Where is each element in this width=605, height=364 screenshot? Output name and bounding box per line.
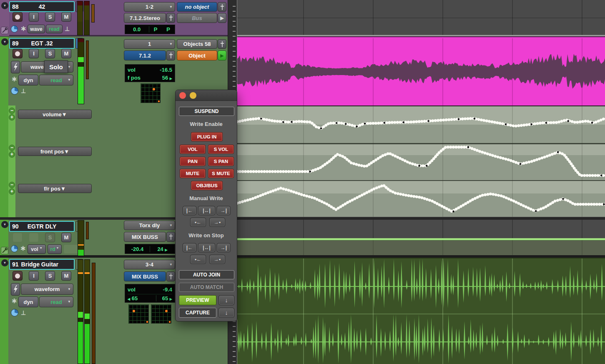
track89-mute-button[interactable]: M (61, 49, 71, 58)
track91-solo-button[interactable]: S (45, 271, 55, 281)
fr-pos-lane-remove-button[interactable]: − (9, 182, 15, 188)
track89-format-selector[interactable]: 7.1.2 (124, 50, 166, 60)
track89-output-window-button[interactable] (166, 50, 175, 60)
track88-collapse-button[interactable]: ▼ (1, 2, 8, 9)
track90-lane-area[interactable] (237, 240, 605, 255)
track91-pan-grid-left[interactable] (128, 304, 149, 324)
track90-output-selector[interactable]: Torx dly▼ (124, 221, 175, 230)
capture-button[interactable]: CAPTURE (179, 308, 216, 318)
track88-tools-icon[interactable] (1, 27, 8, 34)
track88-timebase-icon[interactable] (11, 25, 18, 33)
track88-marker-icon[interactable]: ⊥ (65, 25, 70, 32)
track89-timebase-icon[interactable] (11, 87, 18, 95)
track89-name-field[interactable]: 89 EGT .32 (9, 38, 75, 49)
track89-elastic-audio-icon[interactable]: ∗ (11, 76, 17, 82)
write-enable-vol-button[interactable]: VOL (180, 145, 206, 154)
write-enable-plugin-button[interactable]: PLUG IN (191, 132, 223, 141)
track88-object-window-button[interactable] (218, 2, 226, 12)
track88-name-field[interactable]: 88 42 (9, 1, 75, 12)
minimize-window-icon[interactable] (190, 92, 196, 99)
track89-object-selector[interactable]: Objects 58 (177, 39, 217, 49)
track89-output-selector[interactable]: 1▼ (124, 39, 175, 49)
track89-record-button[interactable] (13, 49, 23, 58)
auto-match-button[interactable]: AUTO MATCH (179, 283, 234, 292)
track91-output-selector[interactable]: 3-4▼ (124, 260, 175, 269)
close-window-icon[interactable] (179, 92, 186, 99)
write-enable-pan-button[interactable]: PAN (180, 157, 206, 166)
track90-tools-icon[interactable] (1, 247, 8, 254)
track90-bus-selector[interactable]: MIX BUSS (124, 232, 166, 242)
track88-output-window-button[interactable] (166, 13, 175, 23)
track91-pan-grid-right[interactable] (151, 304, 171, 324)
track91-automation-mode[interactable]: read▼ (39, 296, 73, 307)
track88-object-selector[interactable]: no object (177, 2, 217, 12)
track88-format-selector[interactable]: 7.1.2.Stereo (124, 13, 166, 23)
volume-lane-add-button[interactable]: + (9, 114, 15, 120)
track91-name-field[interactable]: 91 Bridge Guitar (9, 259, 75, 270)
track88-elastic-audio-icon[interactable]: ∗ (20, 26, 26, 32)
track89-object-play-button[interactable]: ▶ (218, 50, 226, 60)
manual-write-forward-button[interactable]: →▪ (209, 218, 225, 227)
track91-vol-pan-display[interactable]: vol-9.4 ◀ 65 65 ▶ (125, 284, 175, 303)
track89-automation-mode[interactable]: read▼ (39, 75, 73, 85)
write-on-stop-back-button[interactable]: ▪← (190, 255, 206, 264)
track88-automation-mode[interactable]: read (46, 25, 63, 33)
fr-pos-lane-selector[interactable]: f/r pos▼ (18, 184, 92, 193)
manual-write-to-start-button[interactable]: |← (183, 206, 196, 215)
track91-elastic-toggle[interactable] (11, 283, 20, 296)
write-on-stop-to-start-button[interactable]: |← (183, 243, 196, 252)
track91-record-button[interactable] (13, 271, 23, 281)
auto-join-button[interactable]: AUTO JOIN (179, 270, 234, 279)
preview-punch-button[interactable]: ↓ (218, 295, 234, 305)
track89-object-window-button[interactable] (218, 39, 226, 49)
track91-elastic-audio-icon[interactable]: ∗ (11, 298, 17, 304)
track90-name-field[interactable]: 90 EGTR DLY (9, 221, 75, 232)
track88-bus-expand-button[interactable]: ▶ (218, 13, 226, 23)
front-pos-lane-remove-button[interactable]: − (9, 145, 15, 151)
track91-mute-button[interactable]: M (61, 271, 71, 281)
write-enable-mute-button[interactable]: MUTE (180, 169, 206, 178)
track89-gain-slider[interactable] (86, 40, 89, 79)
track88-level-display[interactable]: 0.0 P P (125, 25, 175, 34)
volume-lane-remove-button[interactable]: − (9, 108, 15, 114)
write-enable-objbus-button[interactable]: OBJ/BUS (191, 181, 223, 190)
track89-elastic-toggle[interactable] (11, 61, 20, 73)
front-pos-lane-selector[interactable]: front pos▼ (18, 147, 92, 156)
track90-gain-slider[interactable] (86, 222, 89, 239)
track91-input-monitor-button[interactable]: I (29, 271, 39, 281)
capture-punch-button[interactable]: ↓ (218, 308, 234, 318)
track88-input-monitor-button[interactable]: I (29, 12, 39, 22)
track90-automation-mode[interactable]: rd▼ (48, 244, 62, 254)
write-enable-smute-button[interactable]: S MUTE (208, 169, 234, 178)
track90-clip-area[interactable] (237, 220, 605, 238)
write-enable-svol-button[interactable]: S VOL (208, 145, 234, 154)
track91-view-selector[interactable]: waveform▼ (21, 284, 73, 295)
write-on-stop-to-end-button[interactable]: →| (217, 243, 231, 252)
write-enable-span-button[interactable]: S PAN (208, 157, 234, 166)
track89-marker-icon[interactable]: ⊥ (21, 88, 26, 94)
track91-marker-icon[interactable]: ⊥ (21, 309, 26, 316)
volume-lane-selector[interactable]: volume▼ (18, 110, 92, 119)
track90-mute-button[interactable]: M (61, 233, 71, 242)
track89-object-toggle[interactable]: Object (177, 50, 217, 60)
volume-automation-curve[interactable] (237, 106, 605, 143)
palette-title-bar[interactable] (176, 90, 237, 101)
track89-input-monitor-button[interactable]: I (29, 49, 39, 58)
track90-solo-button[interactable]: S (45, 233, 55, 242)
manual-write-back-button[interactable]: ▪← (190, 218, 206, 227)
track90-timebase-icon[interactable] (11, 245, 18, 252)
write-on-stop-forward-button[interactable]: →▪ (209, 255, 225, 264)
track90-view-selector[interactable]: vol▼ (28, 244, 46, 254)
track90-elastic-audio-icon[interactable]: ∗ (20, 246, 26, 251)
track89-dyn-button[interactable]: dyn (18, 75, 38, 85)
front-pos-lane-add-button[interactable]: + (9, 151, 15, 158)
track91-timebase-icon[interactable] (11, 309, 18, 316)
track89-pan-grid[interactable] (141, 83, 161, 103)
track89-collapse-button[interactable]: ▼ (1, 38, 8, 45)
track91-collapse-button[interactable]: ▼ (1, 259, 8, 266)
track89-solo-button[interactable]: S (45, 49, 55, 58)
track90-output-window-button[interactable] (166, 232, 175, 242)
front_pos-automation-curve[interactable] (237, 144, 605, 180)
fr_pos-automation-curve[interactable] (237, 181, 605, 217)
track89-vol-pan-display[interactable]: vol-16.5 f pos56 ▶ (125, 64, 175, 82)
